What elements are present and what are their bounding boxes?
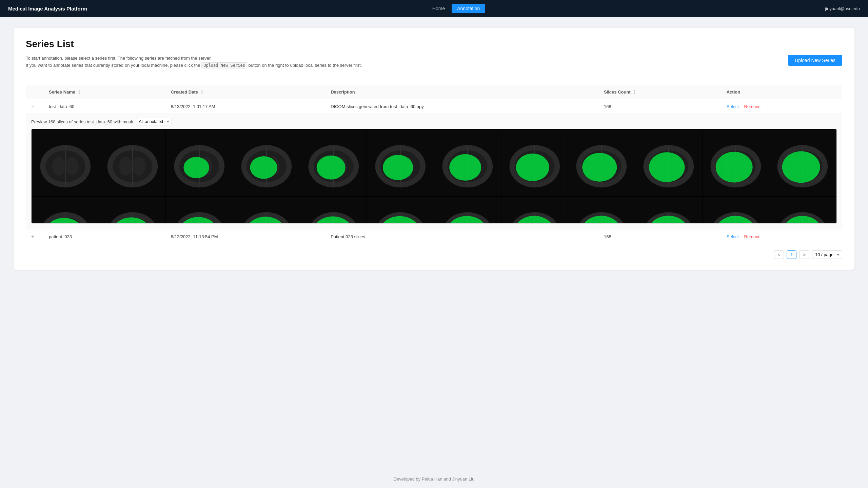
slice-cell[interactable] (367, 130, 434, 196)
page-description: To start annotation, please select a ser… (26, 55, 362, 69)
app-title: Medical Image Analysis Platform (8, 6, 87, 12)
preview-dot: . (175, 119, 176, 124)
slice-cell[interactable] (233, 197, 300, 224)
slice-cell[interactable] (635, 197, 702, 224)
pagination: < 1 > 10 / page 20 / page 50 / page (26, 250, 842, 259)
svg-point-81 (782, 151, 820, 183)
slice-cell[interactable] (99, 197, 166, 224)
svg-point-10 (119, 157, 132, 176)
sort-series-name-icon: ▲▼ (78, 89, 81, 95)
svg-point-74 (715, 152, 752, 183)
preview-text: Preview 168 slices of series test_data_6… (31, 119, 133, 124)
cell-action: Select Remove (721, 99, 842, 114)
svg-point-5 (65, 157, 79, 176)
upload-code-inline: Upload New Series (201, 62, 247, 68)
nav-annotation[interactable]: Annotation (452, 4, 485, 13)
slice-cell[interactable] (32, 130, 99, 196)
action-remove-button[interactable]: Remove (744, 234, 761, 239)
slice-cell[interactable] (568, 130, 635, 196)
expand-toggle[interactable]: − (31, 103, 38, 109)
mask-select[interactable]: AI_annotatedManualNone (136, 118, 172, 125)
col-action: Action (721, 85, 842, 99)
cell-description: Patient 023 slices (325, 229, 598, 244)
slice-grid-wrapper (31, 129, 837, 224)
pagination-page-1[interactable]: 1 (787, 250, 796, 259)
cell-slices-count: 168 (598, 229, 721, 244)
navbar: Medical Image Analysis Platform Home Ann… (0, 0, 868, 17)
action-remove-button[interactable]: Remove (744, 104, 761, 109)
table-header-row: Series Name ▲▼ Created Date ▲▼ Descripti… (26, 85, 842, 99)
desc-line1: To start annotation, please select a ser… (26, 56, 212, 61)
slice-cell[interactable] (166, 130, 233, 196)
svg-point-46 (449, 154, 481, 181)
expand-toggle[interactable]: + (31, 233, 38, 240)
slice-cell[interactable] (501, 197, 568, 224)
slice-cell[interactable] (99, 130, 166, 196)
svg-point-4 (52, 157, 65, 176)
col-slices-count[interactable]: Slices Count ▲▼ (598, 85, 721, 99)
slice-cell[interactable] (635, 130, 702, 196)
col-expand (26, 85, 43, 99)
action-select-button[interactable]: Select (727, 104, 739, 109)
series-table: Series Name ▲▼ Created Date ▲▼ Descripti… (26, 85, 842, 244)
col-created-date[interactable]: Created Date ▲▼ (165, 85, 325, 99)
nav-home[interactable]: Home (427, 4, 450, 13)
slice-cell[interactable] (300, 197, 367, 224)
slice-cell[interactable] (703, 197, 769, 224)
slice-cell[interactable] (501, 130, 568, 196)
cell-series-name: test_data_60 (43, 99, 165, 114)
upload-new-series-button[interactable]: Upload New Series (788, 55, 842, 66)
svg-point-60 (583, 153, 617, 182)
col-description: Description (325, 85, 598, 99)
table-body: − test_data_60 8/13/2022, 1:01:17 AM DIC… (26, 99, 842, 244)
user-email: jinyuanl@usc.edu (825, 6, 860, 11)
svg-point-39 (383, 155, 413, 180)
slice-cell[interactable] (703, 130, 769, 196)
nav-links: Home Annotation (427, 4, 485, 13)
slice-grid (32, 129, 836, 224)
content-card: Series List To start annotation, please … (14, 28, 854, 270)
table-row: − test_data_60 8/13/2022, 1:01:17 AM DIC… (26, 99, 842, 114)
cell-series-name: patient_023 (43, 229, 165, 244)
slice-cell[interactable] (769, 130, 836, 196)
expanded-preview-row: Preview 168 slices of series test_data_6… (26, 114, 842, 229)
slice-cell[interactable] (434, 197, 501, 224)
pagination-next[interactable]: > (799, 250, 809, 259)
desc-line2: If you want to annotate series that curr… (26, 63, 200, 68)
slice-cell[interactable] (166, 197, 233, 224)
slice-cell[interactable] (32, 197, 99, 224)
slice-cell[interactable] (367, 197, 434, 224)
sort-slices-count-icon: ▲▼ (633, 89, 636, 95)
table-row: + patient_023 8/12/2022, 11:13:54 PM Pat… (26, 229, 842, 244)
cell-description: DICOM slices generated from test_data_60… (325, 99, 598, 114)
slice-cell[interactable] (568, 197, 635, 224)
page-size-select[interactable]: 10 / page 20 / page 50 / page (812, 250, 842, 259)
slice-cell[interactable] (434, 130, 501, 196)
cell-slices-count: 168 (598, 99, 721, 114)
pagination-prev[interactable]: < (774, 250, 784, 259)
page-title: Series List (26, 39, 842, 49)
cell-created-date: 8/12/2022, 11:13:54 PM (165, 229, 325, 244)
svg-point-32 (316, 156, 345, 180)
col-series-name[interactable]: Series Name ▲▼ (43, 85, 165, 99)
svg-point-25 (250, 156, 277, 179)
svg-point-18 (184, 157, 210, 178)
svg-point-53 (516, 154, 549, 181)
slice-cell[interactable] (300, 130, 367, 196)
footer: Developed by Peida Han and Jinyuan Liu (0, 471, 868, 487)
action-select-button[interactable]: Select (727, 234, 739, 239)
sort-created-date-icon: ▲▼ (201, 89, 203, 95)
slice-cell[interactable] (233, 130, 300, 196)
preview-label: Preview 168 slices of series test_data_6… (31, 118, 837, 125)
slice-cell[interactable] (769, 197, 836, 224)
desc-line3: button on the right to upload local seri… (249, 63, 362, 68)
svg-point-67 (649, 152, 685, 182)
main-wrapper: Series List To start annotation, please … (0, 17, 868, 471)
cell-action: Select Remove (721, 229, 842, 244)
footer-text: Developed by Peida Han and Jinyuan Liu (394, 476, 475, 482)
cell-created-date: 8/13/2022, 1:01:17 AM (165, 99, 325, 114)
svg-point-11 (132, 157, 145, 176)
